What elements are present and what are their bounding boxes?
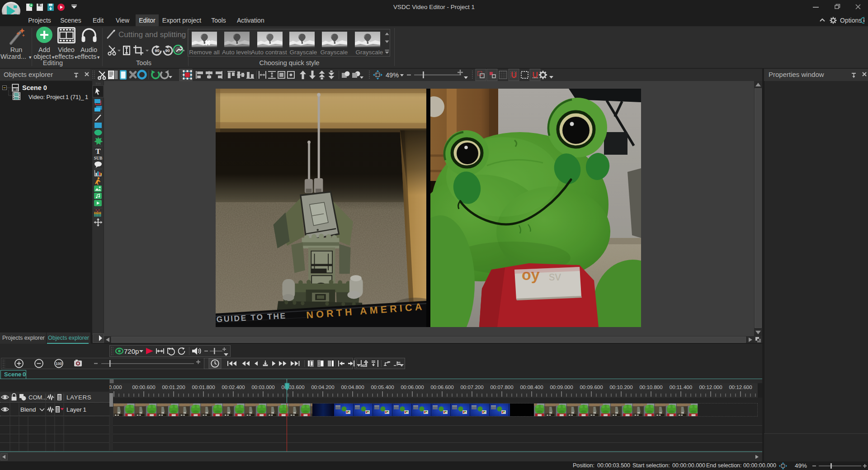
svg-text:00:01.800: 00:01.800 (192, 385, 215, 390)
svg-text:T: T (95, 147, 101, 156)
svg-text:720p: 720p (124, 347, 139, 355)
svg-text:00:12.000: 00:12.000 (699, 385, 722, 390)
svg-text:00:02.400: 00:02.400 (222, 385, 245, 390)
svg-text:Layer 1: Layer 1 (66, 406, 86, 413)
svg-text:00:07.800: 00:07.800 (490, 385, 513, 390)
svg-text:00:04.200: 00:04.200 (311, 385, 334, 390)
svg-text:00:07.200: 00:07.200 (460, 385, 483, 390)
svg-text:00:03.000: 00:03.000 (251, 385, 274, 390)
svg-text:00:06.000: 00:06.000 (401, 385, 424, 390)
svg-text:00:05.400: 00:05.400 (371, 385, 394, 390)
svg-text:LAYERS: LAYERS (66, 394, 91, 401)
svg-text:SUB: SUB (94, 156, 103, 161)
svg-text:90: 90 (155, 48, 159, 53)
svg-text:Scene 0: Scene 0 (22, 84, 47, 91)
svg-text:100: 100 (56, 361, 62, 366)
svg-text:00:10.800: 00:10.800 (639, 385, 662, 390)
svg-text:00:09.600: 00:09.600 (580, 385, 603, 390)
svg-text:00:12.600: 00:12.600 (729, 385, 752, 390)
svg-text:90: 90 (165, 48, 170, 53)
svg-text:00:00.600: 00:00.600 (132, 385, 155, 390)
svg-text:00:06.600: 00:06.600 (430, 385, 453, 390)
svg-text:00:01.200: 00:01.200 (162, 385, 185, 390)
svg-text:49%: 49% (386, 71, 399, 79)
svg-text:00:08.400: 00:08.400 (520, 385, 543, 390)
svg-text:Video: Project 1 (71)_ 1: Video: Project 1 (71)_ 1 (28, 94, 88, 100)
svg-text:Blend: Blend (20, 406, 36, 413)
svg-text:COM...: COM... (28, 394, 47, 401)
svg-text:00:04.800: 00:04.800 (341, 385, 364, 390)
svg-text:00:09.000: 00:09.000 (550, 385, 573, 390)
svg-text:00:10.200: 00:10.200 (609, 385, 632, 390)
svg-text:00:11.400: 00:11.400 (670, 385, 692, 390)
svg-text:00.000: 00.000 (109, 385, 122, 390)
